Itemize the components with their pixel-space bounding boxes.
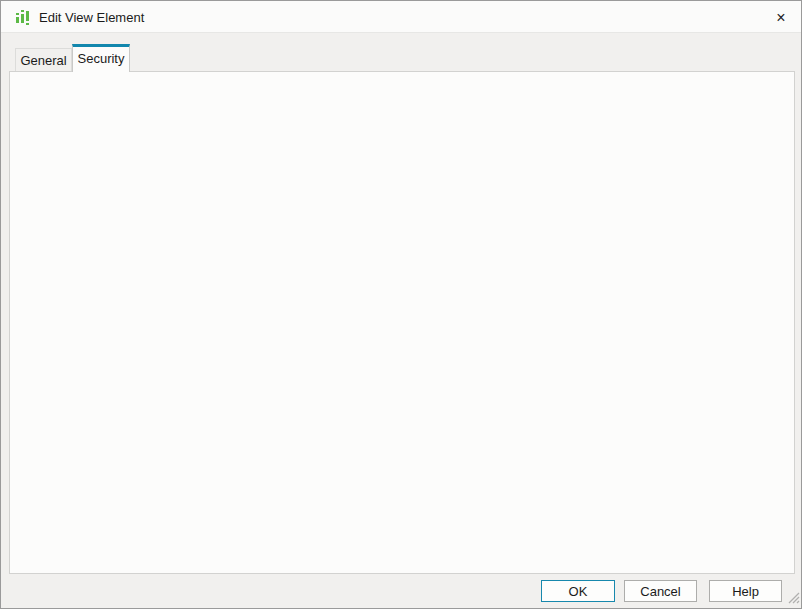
ok-button[interactable]: OK — [541, 580, 615, 602]
security-tab-panel — [9, 71, 795, 574]
resize-grip[interactable] — [787, 591, 800, 607]
tab-security[interactable]: Security — [72, 44, 130, 72]
close-icon[interactable]: × — [769, 6, 793, 30]
edit-view-element-dialog: Edit View Element × General Security Use… — [0, 0, 802, 609]
dialog-title: Edit View Element — [39, 10, 144, 25]
tab-general[interactable]: General — [15, 48, 72, 72]
app-logo-icon — [14, 8, 32, 29]
help-button[interactable]: Help — [709, 580, 782, 602]
titlebar: Edit View Element × — [1, 1, 801, 33]
cancel-button[interactable]: Cancel — [624, 580, 697, 602]
